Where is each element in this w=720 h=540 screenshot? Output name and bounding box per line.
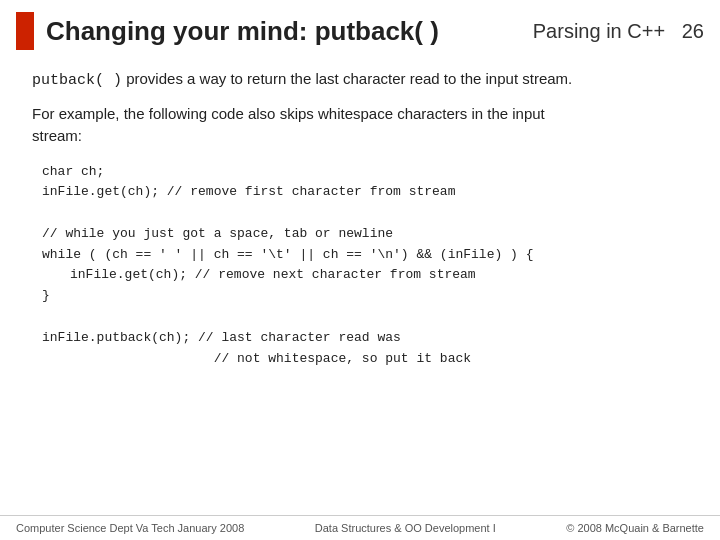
code-line-7: } bbox=[42, 286, 688, 307]
intro-paragraph: putback( ) provides a way to return the … bbox=[32, 68, 688, 93]
footer-left: Computer Science Dept Va Tech January 20… bbox=[16, 522, 244, 534]
description-paragraph: For example, the following code also ski… bbox=[32, 103, 688, 148]
code-line-8 bbox=[42, 307, 688, 328]
intro-text: provides a way to return the last charac… bbox=[122, 70, 572, 87]
slide: Changing your mind: putback( ) Parsing i… bbox=[0, 0, 720, 540]
header-accent bbox=[16, 12, 34, 50]
code-line-1: char ch; bbox=[42, 162, 688, 183]
slide-subtitle: Parsing in C++ bbox=[533, 20, 665, 42]
slide-content: putback( ) provides a way to return the … bbox=[0, 58, 720, 515]
code-block: char ch; inFile.get(ch); // remove first… bbox=[32, 162, 688, 370]
intro-code: putback( ) bbox=[32, 72, 122, 89]
code-line-3 bbox=[42, 203, 688, 224]
code-line-2: inFile.get(ch); // remove first characte… bbox=[42, 182, 688, 203]
slide-footer: Computer Science Dept Va Tech January 20… bbox=[0, 515, 720, 540]
slide-title: Changing your mind: putback( ) bbox=[46, 16, 533, 47]
code-line-9: inFile.putback(ch); // last character re… bbox=[42, 328, 688, 349]
footer-right: © 2008 McQuain & Barnette bbox=[566, 522, 704, 534]
code-line-4: // while you just got a space, tab or ne… bbox=[42, 224, 688, 245]
description-line2: stream: bbox=[32, 127, 82, 144]
slide-subtitle-number: Parsing in C++ 26 bbox=[533, 20, 704, 43]
slide-header: Changing your mind: putback( ) Parsing i… bbox=[0, 0, 720, 58]
code-line-5: while ( (ch == ' ' || ch == '\t' || ch =… bbox=[42, 245, 688, 266]
slide-number: 26 bbox=[682, 20, 704, 42]
code-line-10: // not whitespace, so put it back bbox=[42, 349, 688, 370]
code-line-6: inFile.get(ch); // remove next character… bbox=[42, 265, 688, 286]
footer-center: Data Structures & OO Development I bbox=[315, 522, 496, 534]
description-line1: For example, the following code also ski… bbox=[32, 105, 545, 122]
